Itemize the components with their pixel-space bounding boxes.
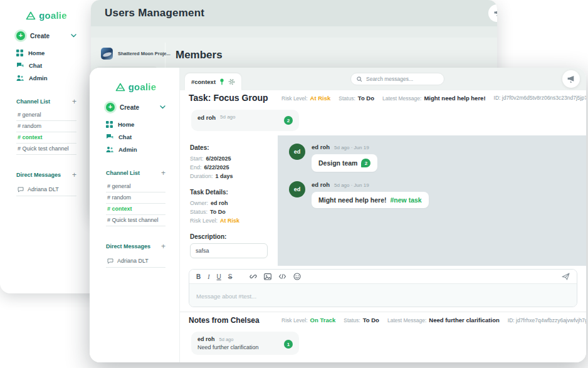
duration-value: 1 days — [216, 172, 233, 181]
emoji-button[interactable] — [293, 273, 301, 280]
content-row: Dates: Start:6/20/2025 End:6/22/2025 Dur… — [180, 135, 586, 266]
status-label: Status: — [190, 208, 207, 216]
pin-icon[interactable] — [219, 78, 225, 85]
notes-id-label: ID: — [508, 317, 515, 323]
plus-circle-icon: + — [106, 103, 115, 112]
composer-input-wrap — [189, 283, 577, 307]
notes-id-value: jd7frhxe7q4wfbzzy6ajvwfvjh7g3m3n — [516, 317, 586, 323]
sidebar-item-home[interactable]: Home — [16, 50, 76, 56]
bold-button[interactable]: B — [196, 273, 201, 280]
create-label: Create — [30, 33, 66, 39]
dm-label: Adriana DLT — [28, 186, 59, 192]
status-label: Status: — [339, 95, 355, 102]
thread-preview-card[interactable]: ed roh 5d ago 2 — [191, 110, 299, 131]
front-sidebar: goalie + Create Home Chat Admin Channel … — [90, 68, 180, 362]
message-input[interactable] — [196, 293, 570, 300]
message-bubble[interactable]: Might need help here! #new task — [312, 192, 429, 208]
create-button[interactable]: + Create — [16, 31, 76, 40]
sidebar-item-chat[interactable]: Chat — [106, 134, 165, 140]
announcements-button[interactable] — [562, 70, 580, 88]
gear-icon[interactable] — [228, 78, 235, 85]
thread-preview-row: ed roh 5d ago 2 — [180, 105, 586, 135]
description-title: Description: — [190, 233, 270, 240]
task-meta: Risk Level:At Risk Status:To Do Latest M… — [281, 95, 577, 102]
brand-name: goalie — [39, 10, 67, 21]
channel-item-random[interactable]: # random — [106, 192, 165, 204]
status-value: To Do — [210, 208, 226, 216]
chevron-down-icon — [71, 34, 76, 38]
channel-item-quick-test[interactable]: # Quick test channel — [106, 215, 165, 226]
project-item-shattered-moon[interactable]: Shattered Moon Proje... — [101, 48, 171, 60]
dm-item-adriana[interactable]: Adriana DLT — [106, 255, 165, 268]
add-dm-button[interactable]: + — [161, 242, 165, 251]
notes-title: Notes from Chelsea — [189, 316, 281, 325]
channel-item-context[interactable]: # context — [16, 132, 76, 144]
avatar: ed — [289, 144, 305, 160]
composer-toolbar: B I U S — [189, 270, 577, 283]
search-bar[interactable] — [350, 73, 444, 85]
nav-label: Chat — [118, 134, 132, 140]
tab-context[interactable]: #context — [185, 73, 241, 90]
message-bubble[interactable]: Design team 2 — [312, 154, 377, 172]
admin-users-icon — [16, 75, 24, 81]
end-value: 6/22/2025 — [204, 163, 229, 172]
timestamp: 5d ago — [220, 114, 235, 120]
nav-label: Chat — [29, 62, 42, 69]
send-button[interactable] — [562, 273, 570, 280]
author-name: ed roh — [312, 181, 330, 188]
strikethrough-button[interactable]: S — [228, 273, 233, 280]
sidebar-item-admin[interactable]: Admin — [106, 146, 165, 153]
channel-item-quick-test[interactable]: # Quick test channel — [16, 144, 76, 155]
channel-item-context[interactable]: # context — [106, 204, 165, 215]
latest-message-label: Latest Message: — [387, 317, 426, 323]
sidebar-item-home[interactable]: Home — [106, 121, 165, 128]
author-name: ed roh — [197, 336, 215, 342]
add-channel-button[interactable]: + — [161, 169, 165, 177]
channel-item-general[interactable]: # general — [16, 110, 76, 121]
latest-message-value: Need further clarification — [429, 317, 499, 323]
message-text: Design team — [318, 159, 357, 167]
dates-title: Dates: — [190, 144, 270, 151]
chat-task-window: goalie + Create Home Chat Admin Channel … — [90, 68, 586, 362]
nav-label: Home — [28, 50, 45, 56]
admin-users-icon — [106, 146, 113, 153]
task-id-label: ID: — [494, 95, 501, 101]
channel-list-title: Channel List — [16, 98, 72, 105]
image-icon — [264, 273, 271, 280]
italic-button[interactable]: I — [207, 273, 209, 280]
search-input[interactable] — [366, 76, 435, 82]
nav-label: Admin — [118, 146, 137, 153]
sidebar-item-admin[interactable]: Admin — [16, 75, 76, 81]
create-button[interactable]: + Create — [106, 103, 165, 112]
megaphone-icon — [567, 75, 575, 83]
megaphone-icon — [493, 9, 498, 17]
tab-row: #context — [180, 68, 586, 90]
composer-row: B I U S — [180, 266, 586, 312]
members-heading: Members — [176, 49, 223, 61]
note-preview-card[interactable]: ed roh 5d ago Need further clarification… — [191, 332, 299, 355]
channel-item-general[interactable]: # general — [106, 181, 165, 192]
announcements-button-clipped[interactable] — [488, 4, 497, 22]
sidebar-item-chat[interactable]: Chat — [16, 62, 76, 69]
chat-icon — [16, 62, 24, 69]
image-button[interactable] — [264, 273, 271, 280]
start-label: Start: — [190, 154, 204, 163]
add-channel-button[interactable]: + — [72, 97, 76, 106]
notes-meta: Risk Level:On Track Status:To Do Latest … — [281, 317, 577, 323]
notes-header-row: Notes from Chelsea Risk Level:On Track S… — [180, 312, 586, 328]
home-grid-icon — [106, 121, 113, 128]
message: ed ed roh 5d ago · Jun 19 Design team 2 — [289, 144, 575, 172]
link-button[interactable] — [249, 273, 257, 280]
description-input[interactable] — [190, 243, 268, 258]
code-button[interactable] — [278, 273, 286, 280]
add-dm-button[interactable]: + — [72, 171, 76, 179]
underline-button[interactable]: U — [217, 273, 221, 280]
hashtag-link[interactable]: #new task — [391, 196, 422, 204]
author-name: ed roh — [312, 144, 330, 150]
home-grid-icon — [16, 50, 23, 56]
dm-item-adriana[interactable]: Adriana DLT — [16, 183, 76, 196]
direct-messages-header: Direct Messages + — [106, 242, 165, 251]
latest-message-value: Might need help here! — [424, 95, 485, 102]
channel-item-random[interactable]: # random — [16, 121, 76, 132]
risk-label: Risk Level: — [281, 95, 308, 102]
